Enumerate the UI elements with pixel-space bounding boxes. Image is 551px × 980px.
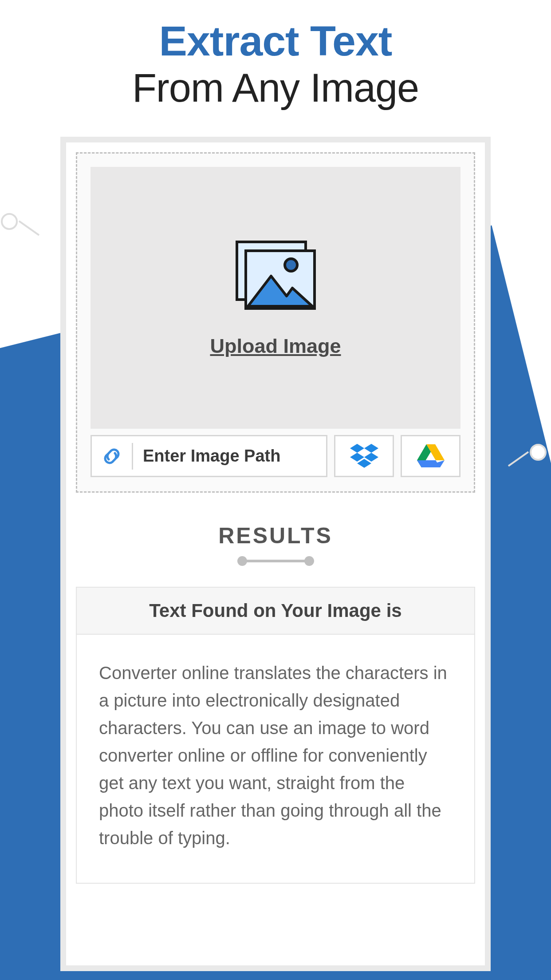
main-card: Upload Image Enter Image Path: [60, 137, 491, 971]
title-primary: Extract Text: [0, 17, 551, 65]
link-icon: [101, 443, 133, 470]
results-panel: Text Found on Your Image is Converter on…: [76, 587, 475, 884]
image-path-input[interactable]: Enter Image Path: [91, 435, 327, 477]
results-body-text: Converter online translates the characte…: [77, 635, 474, 883]
dropbox-icon: [350, 443, 378, 470]
image-stack-icon: [233, 238, 318, 313]
decorative-circle-right: [530, 444, 547, 461]
results-divider: [239, 560, 312, 562]
dropbox-button[interactable]: [334, 435, 394, 477]
results-heading: RESULTS: [76, 523, 475, 549]
svg-point-3: [285, 259, 297, 271]
image-path-placeholder: Enter Image Path: [143, 447, 280, 466]
google-drive-button[interactable]: [401, 435, 460, 477]
results-panel-title: Text Found on Your Image is: [77, 588, 474, 635]
svg-marker-4: [350, 444, 364, 453]
page-header: Extract Text From Any Image: [0, 0, 551, 111]
title-secondary: From Any Image: [0, 65, 551, 111]
svg-marker-5: [364, 444, 378, 453]
upload-label: Upload Image: [210, 335, 341, 358]
decorative-circle-left: [1, 213, 18, 230]
svg-marker-12: [417, 460, 440, 467]
upload-options-row: Enter Image Path: [91, 435, 460, 477]
upload-dropzone[interactable]: Upload Image: [91, 167, 460, 429]
google-drive-icon: [417, 443, 445, 469]
upload-panel: Upload Image Enter Image Path: [76, 152, 475, 493]
